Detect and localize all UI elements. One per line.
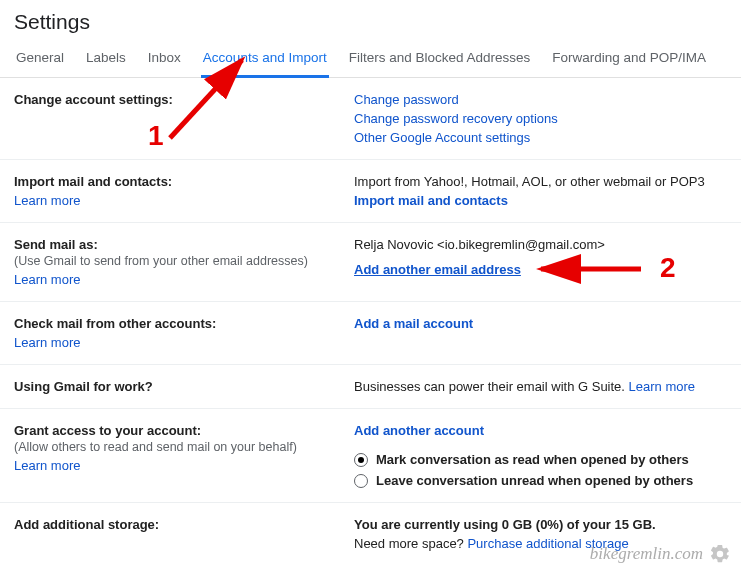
work-desc: Businesses can power their email with G …	[354, 379, 629, 394]
tab-forwarding-pop[interactable]: Forwarding and POP/IMA	[550, 40, 708, 78]
watermark: bikegremlin.com	[590, 543, 731, 565]
link-change-recovery[interactable]: Change password recovery options	[354, 111, 727, 126]
tab-labels[interactable]: Labels	[84, 40, 128, 78]
link-add-email[interactable]: Add another email address	[354, 262, 727, 277]
link-learn-more[interactable]: Learn more	[14, 458, 334, 473]
section-grant-access: Grant access to your account: (Allow oth…	[0, 409, 741, 503]
section-title: Send mail as:	[14, 237, 334, 252]
tab-accounts-import[interactable]: Accounts and Import	[201, 40, 329, 78]
storage-usage: You are currently using 0 GB (0%) of you…	[354, 517, 727, 532]
section-title: Add additional storage:	[14, 517, 334, 532]
settings-tabs: General Labels Inbox Accounts and Import…	[0, 40, 741, 78]
storage-need-more: Need more space?	[354, 536, 467, 551]
radio-label: Leave conversation unread when opened by…	[376, 473, 693, 488]
section-title: Import mail and contacts:	[14, 174, 334, 189]
send-as-identity: Relja Novovic <io.bikegremlin@gmail.com>	[354, 237, 727, 252]
link-other-settings[interactable]: Other Google Account settings	[354, 130, 727, 145]
watermark-text: bikegremlin.com	[590, 544, 703, 564]
link-learn-more[interactable]: Learn more	[14, 335, 334, 350]
radio-label: Mark conversation as read when opened by…	[376, 452, 689, 467]
link-learn-more[interactable]: Learn more	[14, 193, 334, 208]
tab-inbox[interactable]: Inbox	[146, 40, 183, 78]
link-learn-more[interactable]: Learn more	[14, 272, 334, 287]
settings-sections: Change account settings: Change password…	[0, 78, 741, 565]
section-gmail-work: Using Gmail for work? Businesses can pow…	[0, 365, 741, 409]
link-learn-more[interactable]: Learn more	[629, 379, 695, 394]
tab-filters-blocked[interactable]: Filters and Blocked Addresses	[347, 40, 533, 78]
gear-icon	[709, 543, 731, 565]
section-title: Grant access to your account:	[14, 423, 334, 438]
section-send-as: Send mail as: (Use Gmail to send from yo…	[0, 223, 741, 302]
tab-general[interactable]: General	[14, 40, 66, 78]
link-add-mail-account[interactable]: Add a mail account	[354, 316, 727, 331]
link-add-another-account[interactable]: Add another account	[354, 423, 727, 438]
link-change-password[interactable]: Change password	[354, 92, 727, 107]
section-sub: (Allow others to read and send mail on y…	[14, 440, 334, 454]
radio-leave-unread[interactable]	[354, 474, 368, 488]
section-title: Change account settings:	[14, 92, 334, 107]
import-desc: Import from Yahoo!, Hotmail, AOL, or oth…	[354, 174, 727, 189]
section-title: Check mail from other accounts:	[14, 316, 334, 331]
section-title: Using Gmail for work?	[14, 379, 334, 394]
section-import-mail: Import mail and contacts: Learn more Imp…	[0, 160, 741, 223]
section-change-account: Change account settings: Change password…	[0, 78, 741, 160]
link-import-mail[interactable]: Import mail and contacts	[354, 193, 727, 208]
page-title: Settings	[0, 0, 741, 40]
radio-mark-read[interactable]	[354, 453, 368, 467]
section-check-mail: Check mail from other accounts: Learn mo…	[0, 302, 741, 365]
section-sub: (Use Gmail to send from your other email…	[14, 254, 334, 268]
